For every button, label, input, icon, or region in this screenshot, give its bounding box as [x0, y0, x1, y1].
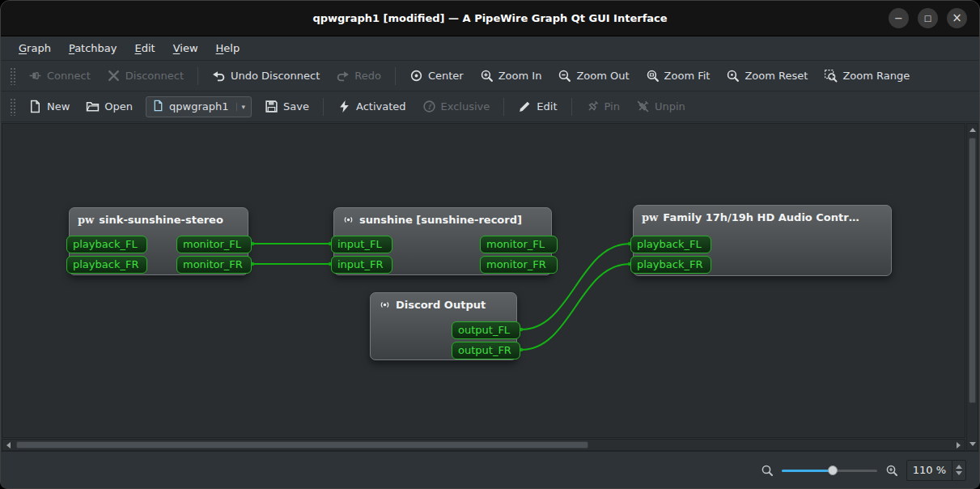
menu-edit[interactable]: Edit	[127, 39, 163, 57]
minimize-icon: −	[894, 13, 903, 23]
connect-label: Connect	[47, 70, 91, 82]
zoom-in-button[interactable]: Zoom In	[473, 65, 549, 87]
center-button[interactable]: Center	[402, 65, 471, 87]
graph-node[interactable]: pw Family 17h/19h HD Audio Contr… playba…	[633, 205, 892, 276]
vscroll-thumb[interactable]	[969, 138, 976, 403]
hscroll-thumb[interactable]	[16, 441, 588, 449]
port-output[interactable]: monitor_FL	[176, 236, 252, 253]
port-output[interactable]: monitor_FR	[480, 256, 558, 274]
exclusive-button: f Exclusive	[415, 96, 498, 117]
zoom-reset-button[interactable]: Zoom Reset	[719, 65, 815, 87]
node-header: pw sink-sunshine-stereo	[70, 208, 248, 229]
pin-icon	[586, 100, 600, 113]
exclusive-label: Exclusive	[441, 100, 490, 113]
port-output[interactable]: output_FR	[452, 342, 520, 359]
pencil-icon	[518, 100, 532, 113]
center-icon	[409, 69, 423, 83]
arrow-left-icon	[6, 442, 11, 449]
toolbar-separator	[323, 98, 324, 116]
scroll-up-button[interactable]	[967, 124, 978, 136]
port-input[interactable]: playback_FR	[630, 256, 711, 274]
zoom-in-label: Zoom In	[498, 70, 542, 82]
vertical-scrollbar[interactable]	[966, 123, 978, 451]
edit-label: Edit	[537, 100, 557, 113]
activated-label: Activated	[356, 100, 406, 113]
titlebar[interactable]: qpwgraph1 [modified] — A PipeWire Graph …	[1, 1, 979, 36]
undo-disconnect-button[interactable]: Undo Disconnect	[205, 65, 327, 87]
save-label: Save	[283, 100, 309, 113]
maximize-button[interactable]: □	[918, 8, 938, 28]
node-title: Discord Output	[396, 299, 486, 311]
hscroll-track[interactable]	[15, 440, 952, 450]
port-output[interactable]: monitor_FL	[480, 236, 558, 253]
maximize-icon: □	[924, 15, 931, 23]
toolbar-separator	[571, 98, 572, 116]
port-input[interactable]: playback_FR	[66, 256, 147, 274]
connection-edge[interactable]	[521, 264, 630, 350]
node-title: sink-sunshine-stereo	[99, 214, 223, 226]
arrow-down-icon	[969, 442, 976, 446]
zoom-in-icon	[480, 69, 494, 83]
save-icon	[265, 100, 278, 113]
patchbay-file-icon	[152, 100, 164, 114]
node-title: sunshine [sunshine-record]	[359, 214, 522, 226]
unpin-label: Unpin	[655, 100, 685, 113]
minimize-button[interactable]: −	[889, 8, 909, 28]
stream-icon	[379, 299, 391, 311]
toolbar-handle[interactable]	[10, 67, 15, 85]
zoom-slider-handle[interactable]	[828, 466, 838, 475]
graph-node[interactable]: pw sink-sunshine-stereo playback_FL play…	[69, 207, 248, 275]
open-label: Open	[104, 100, 133, 113]
graph-node[interactable]: sunshine [sunshine-record] input_FL inpu…	[333, 207, 552, 275]
zoom-value[interactable]: 110 %	[907, 461, 952, 480]
zoom-out-label: Zoom Out	[576, 70, 629, 82]
node-title: Family 17h/19h HD Audio Contr…	[663, 211, 859, 223]
menu-graph[interactable]: Graph	[11, 39, 59, 57]
new-button[interactable]: New	[21, 96, 77, 117]
scroll-down-button[interactable]	[967, 438, 978, 450]
redo-label: Redo	[354, 70, 381, 82]
save-button[interactable]: Save	[257, 96, 316, 117]
zoom-range-button[interactable]: Zoom Range	[817, 65, 917, 87]
spin-down-button[interactable]	[956, 471, 962, 475]
lightning-icon	[337, 100, 351, 113]
zoom-reset-label: Zoom Reset	[745, 70, 808, 82]
zoom-spinbox[interactable]: 110 %	[906, 460, 966, 481]
open-folder-icon	[86, 100, 100, 113]
statusbar: 110 %	[1, 451, 979, 488]
close-button[interactable]: ×	[947, 8, 967, 28]
port-output[interactable]: output_FL	[452, 321, 520, 339]
menu-patchbay[interactable]: Patchbay	[61, 39, 125, 57]
vscroll-track[interactable]	[967, 136, 978, 438]
undo-disconnect-label: Undo Disconnect	[231, 70, 320, 82]
stream-icon	[342, 214, 354, 226]
patchbay-file-combo[interactable]: qpwgraph1 ▾	[146, 96, 252, 117]
menu-view[interactable]: View	[165, 39, 206, 57]
scroll-right-button[interactable]	[952, 440, 965, 450]
activated-button[interactable]: Activated	[330, 96, 414, 117]
svg-text:f: f	[427, 102, 432, 111]
connect-button: Connect	[21, 65, 98, 87]
port-input[interactable]: playback_FL	[630, 236, 711, 253]
scroll-left-button[interactable]	[2, 440, 15, 450]
arrow-up-icon	[969, 128, 976, 132]
menu-help[interactable]: Help	[208, 39, 248, 57]
toolbar-handle[interactable]	[10, 98, 15, 116]
spinbox-arrows	[952, 461, 965, 480]
graph-node[interactable]: Discord Output output_FL output_FR	[370, 292, 517, 360]
port-input[interactable]: input_FR	[331, 256, 392, 274]
pin-label: Pin	[605, 100, 620, 113]
zoom-out-button[interactable]: Zoom Out	[550, 65, 636, 87]
port-input[interactable]: input_FL	[331, 236, 392, 253]
zoom-slider-fill	[782, 470, 834, 472]
open-button[interactable]: Open	[78, 96, 140, 117]
port-input[interactable]: playback_FL	[66, 236, 147, 253]
port-output[interactable]: monitor_FR	[176, 256, 252, 274]
zoom-fit-button[interactable]: Zoom Fit	[638, 65, 718, 87]
graph-canvas[interactable]: pw sink-sunshine-stereo playback_FL play…	[2, 123, 965, 438]
spin-up-button[interactable]	[956, 465, 962, 469]
edit-button[interactable]: Edit	[511, 96, 564, 117]
zoom-slider[interactable]	[782, 464, 877, 477]
connect-icon	[28, 69, 42, 83]
horizontal-scrollbar[interactable]	[2, 439, 965, 451]
